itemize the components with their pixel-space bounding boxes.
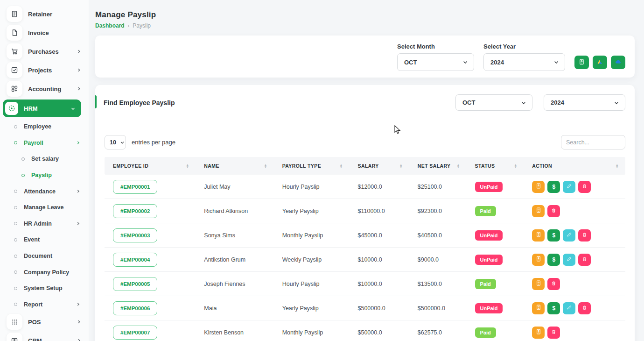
chevron-down-icon xyxy=(521,100,526,106)
sidebar-item-payroll[interactable]: Payroll xyxy=(0,135,89,151)
sort-icon[interactable]: ▲▼ xyxy=(340,163,343,169)
entries-per-page: 10 entries per page xyxy=(105,135,175,149)
search-input[interactable] xyxy=(561,135,625,149)
payroll-type: Yearly Payslip xyxy=(274,208,350,214)
payroll-type: Monthly Payslip xyxy=(274,329,350,336)
year-select-value: 2024 xyxy=(490,59,504,66)
employee-id-badge[interactable]: #EMP00007 xyxy=(113,326,157,340)
sidebar-item-label: Event xyxy=(24,236,40,243)
sidebar-item-system-setup[interactable]: System Setup xyxy=(0,280,89,297)
column-header-status[interactable]: STATUS▲▼ xyxy=(467,157,524,175)
pay-button[interactable]: $ xyxy=(547,254,560,266)
sidebar-item-hrm[interactable]: HRM xyxy=(3,99,81,117)
employee-id-badge[interactable]: #EMP00003 xyxy=(113,228,157,242)
sidebar-item-label: HRM xyxy=(24,105,38,112)
payslip-button[interactable] xyxy=(532,205,545,217)
payslip-year-select[interactable]: 2024 xyxy=(544,94,625,111)
chevron-right-icon xyxy=(76,141,80,145)
payslip-button[interactable] xyxy=(532,254,545,266)
onedrive-button[interactable] xyxy=(611,56,625,69)
delete-button[interactable] xyxy=(547,278,560,290)
sidebar-item-manage-leave[interactable]: Manage Leave xyxy=(0,199,89,216)
payslip-button[interactable] xyxy=(532,229,545,242)
projects-icon xyxy=(7,62,22,78)
sidebar-item-pos[interactable]: POS xyxy=(0,313,89,331)
status-badge: UnPaid xyxy=(475,255,503,265)
payslip-month-select[interactable]: OCT xyxy=(455,94,532,111)
year-filter-group: Select Year 2024 xyxy=(483,43,565,71)
column-header-salary[interactable]: SALARY▲▼ xyxy=(350,157,409,175)
column-header-net-salary[interactable]: NET SALARY▲▼ xyxy=(409,157,467,175)
sidebar-item-purchases[interactable]: Purchases xyxy=(0,42,89,61)
table-row: #EMP00004 Antikstion Grum Weekly Payslip… xyxy=(105,248,625,272)
sidebar-item-label: Employee xyxy=(24,123,51,130)
sidebar-item-employee[interactable]: Employee xyxy=(0,119,89,135)
employee-id-badge[interactable]: #EMP00002 xyxy=(113,204,157,218)
sidebar-item-crm[interactable]: CRM xyxy=(0,331,89,341)
sidebar-item-projects[interactable]: Projects xyxy=(0,61,89,79)
payslip-button[interactable] xyxy=(532,278,545,290)
sidebar-item-company-policy[interactable]: Company Policy xyxy=(0,264,89,280)
payslip-button[interactable] xyxy=(532,181,545,193)
month-select[interactable]: OCT xyxy=(397,53,474,71)
row-actions xyxy=(532,205,619,217)
pay-button[interactable]: $ xyxy=(547,302,560,314)
salary: $500000.0 xyxy=(350,305,409,312)
sort-icon[interactable]: ▲▼ xyxy=(399,163,403,169)
delete-button[interactable] xyxy=(578,302,591,314)
pay-button[interactable]: $ xyxy=(547,181,560,193)
edit-button[interactable] xyxy=(563,302,575,314)
column-header-payroll-type[interactable]: PAYROLL TYPE▲▼ xyxy=(274,157,350,175)
breadcrumb-dashboard-link[interactable]: Dashboard xyxy=(95,22,125,29)
google-drive-button[interactable] xyxy=(593,56,607,69)
row-actions xyxy=(532,327,619,339)
payslip-table: EMPLOYEE ID▲▼ NAME▲▼ PAYROLL TYPE▲▼ SALA… xyxy=(105,157,625,341)
edit-icon xyxy=(567,232,572,239)
bullet-icon xyxy=(14,270,17,274)
export-payslip-button[interactable] xyxy=(574,56,589,69)
entries-select[interactable]: 10 xyxy=(105,135,126,149)
column-header-name[interactable]: NAME▲▼ xyxy=(196,157,273,175)
employee-id-badge[interactable]: #EMP00006 xyxy=(113,301,157,315)
sort-icon[interactable]: ▲▼ xyxy=(186,163,189,169)
employee-id-badge[interactable]: #EMP00005 xyxy=(113,277,157,291)
sidebar-item-accounting[interactable]: Accounting xyxy=(0,79,89,98)
column-header-action[interactable]: ACTION▲▼ xyxy=(524,157,625,175)
delete-button[interactable] xyxy=(578,254,591,266)
entries-per-page-label: entries per page xyxy=(132,139,175,146)
sidebar-item-event[interactable]: Event xyxy=(0,232,89,248)
sidebar-item-set-salary[interactable]: Set salary xyxy=(0,151,89,167)
delete-button[interactable] xyxy=(578,181,591,193)
sidebar-item-retainer[interactable]: Retainer xyxy=(0,5,89,23)
delete-icon xyxy=(582,232,587,239)
edit-button[interactable] xyxy=(563,229,575,242)
column-header-employee-id[interactable]: EMPLOYEE ID▲▼ xyxy=(105,157,196,175)
sort-icon[interactable]: ▲▼ xyxy=(514,163,517,169)
sort-icon[interactable]: ▲▼ xyxy=(457,163,460,169)
sort-icon[interactable]: ▲▼ xyxy=(616,163,619,169)
delete-button[interactable] xyxy=(547,205,560,217)
sidebar-item-hr-admin[interactable]: HR Admin xyxy=(0,216,89,232)
employee-id-badge[interactable]: #EMP00001 xyxy=(113,180,157,194)
delete-button[interactable] xyxy=(578,229,591,242)
payslip-button[interactable] xyxy=(532,302,545,314)
sort-icon[interactable]: ▲▼ xyxy=(264,163,267,169)
sidebar-item-label: HR Admin xyxy=(24,220,52,227)
delete-button[interactable] xyxy=(547,327,560,339)
edit-button[interactable] xyxy=(563,181,575,193)
chevron-down-icon xyxy=(70,106,76,111)
sidebar-item-payslip[interactable]: Payslip xyxy=(0,167,89,184)
sidebar-item-attendance[interactable]: Attendance xyxy=(0,183,89,199)
table-row: #EMP00001 Juliet May Hourly Payslip $120… xyxy=(105,175,625,199)
employee-name: Antikstion Grum xyxy=(196,256,273,263)
employee-id-badge[interactable]: #EMP00004 xyxy=(113,253,157,267)
pay-button[interactable]: $ xyxy=(547,229,560,242)
delete-icon xyxy=(551,280,556,287)
year-select[interactable]: 2024 xyxy=(483,53,565,71)
sidebar-item-report[interactable]: Report xyxy=(0,297,89,313)
sidebar-item-invoice[interactable]: Invoice xyxy=(0,23,89,42)
edit-button[interactable] xyxy=(563,254,575,266)
sidebar-item-document[interactable]: Document xyxy=(0,248,89,264)
salary: $10000.0 xyxy=(350,281,409,287)
payslip-button[interactable] xyxy=(532,327,545,339)
